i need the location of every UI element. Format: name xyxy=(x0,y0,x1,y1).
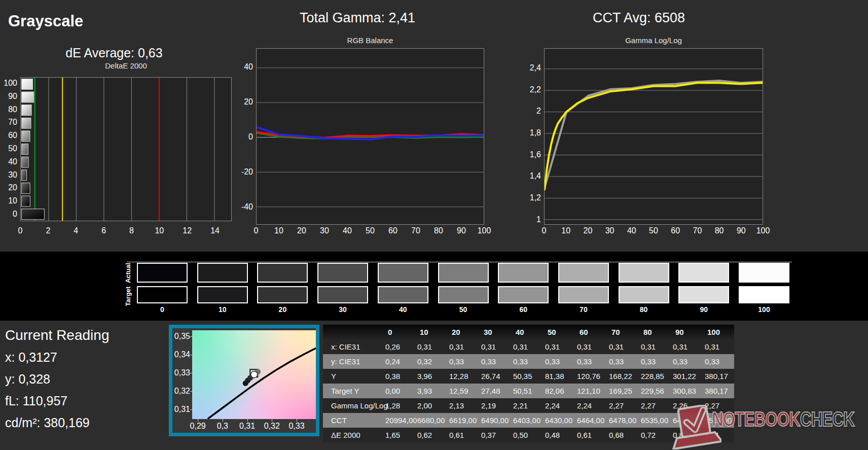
table-cell-10: 0,62 xyxy=(415,431,447,439)
table-cell-50: 81,38 xyxy=(542,372,574,380)
gamma-plot-ytick-2,4: 2,4 xyxy=(521,63,541,73)
cie-chromaticity-chart[interactable]: 0,350,340,330,320,310,290,30,310,320,33 xyxy=(169,325,319,436)
actual-swatch-60 xyxy=(498,263,549,283)
gamma-plot-ytick-1,2: 1,2 xyxy=(521,193,541,202)
table-cell-10: 0,32 xyxy=(415,357,447,366)
table-cell-70: 0,33 xyxy=(606,357,638,366)
gamma-plot-xtick-100: 100 xyxy=(755,226,771,235)
actual-row-label: Actual xyxy=(124,263,132,283)
table-cell-60: 0,61 xyxy=(574,431,606,439)
deltae-bar-60 xyxy=(21,131,30,142)
table-cell-10: 6680,00 xyxy=(415,416,447,425)
deltae-2000-chart[interactable] xyxy=(20,77,232,221)
swatch-level-40: 40 xyxy=(378,305,428,314)
table-col-header-80: 80 xyxy=(638,328,670,336)
rgb-plot-ytick--20: -20 xyxy=(233,167,253,177)
gamma-plot-ytick-1: 1 xyxy=(521,215,541,224)
swatch-level-60: 60 xyxy=(498,305,549,314)
table-cell-40: 50,51 xyxy=(511,387,542,395)
table-cell-90: 0,89 xyxy=(670,431,702,439)
rgb-plot-xtick-60: 60 xyxy=(385,226,401,235)
target-swatch-30 xyxy=(317,286,368,303)
table-cell-90: 300,83 xyxy=(670,387,702,395)
table-col-header-70: 70 xyxy=(606,328,638,336)
table-cell-70: 0,68 xyxy=(606,431,638,439)
gamma-plot-series-target xyxy=(545,81,763,187)
table-cell-90: 2,26 xyxy=(670,401,702,410)
actual-swatch-40 xyxy=(378,263,428,283)
de-average-value: dE Average: 0,63 xyxy=(0,46,228,60)
table-cell-100: 6511,00 xyxy=(702,416,734,425)
cie-xtickmark xyxy=(272,419,272,422)
table-cell-30: 0,31 xyxy=(479,342,511,351)
deltae-bar-50 xyxy=(21,144,28,155)
table-cell-90: 6468,00 xyxy=(670,416,702,425)
table-cell-80: 0,31 xyxy=(638,342,670,351)
deltae-ytick-100: 100 xyxy=(1,79,17,88)
swatch-level-50: 50 xyxy=(438,305,489,314)
table-row--e-2000: ΔE 20001,650,620,610,370,500,480,610,680… xyxy=(323,428,734,442)
deltae-bar-100 xyxy=(21,79,32,89)
rgb-balance-chart[interactable] xyxy=(256,48,484,225)
deltae-bar-10 xyxy=(21,196,30,206)
cie-ytick-0,35: 0,35 xyxy=(173,332,190,341)
rgb-plot-ytick-0: 0 xyxy=(233,132,253,142)
gamma-loglog-chart[interactable] xyxy=(544,48,763,225)
total-gamma-value: Total Gamma: 2,41 xyxy=(233,10,482,26)
watermark-check-label: CHECK xyxy=(800,408,854,430)
table-cell-20: 0,31 xyxy=(447,342,479,351)
table-cell-60: 120,76 xyxy=(574,372,606,380)
deltae-bar-20 xyxy=(21,183,30,193)
actual-swatch-90 xyxy=(678,263,729,283)
rgb-plot-xtick-10: 10 xyxy=(271,226,286,235)
target-swatch-80 xyxy=(619,286,669,303)
target-swatch-70 xyxy=(558,286,609,303)
table-cell-50: 0,33 xyxy=(542,357,574,366)
table-cell-80: 2,27 xyxy=(638,401,670,410)
deltae-ytick-10: 10 xyxy=(1,196,17,205)
actual-swatch-20 xyxy=(257,263,308,283)
gamma-plot-ytick-2,2: 2,2 xyxy=(521,85,541,94)
table-col-header-100: 100 xyxy=(702,328,734,336)
table-cell-50: 82,06 xyxy=(542,387,574,395)
gamma-plot-xtick-0: 0 xyxy=(536,226,552,235)
actual-swatch-70 xyxy=(558,263,609,283)
swatch-level-10: 10 xyxy=(197,305,248,314)
swatch-level-0: 0 xyxy=(137,305,188,314)
rgb-plot-xtick-100: 100 xyxy=(477,226,492,235)
table-cell-0: 0,00 xyxy=(383,387,415,395)
table-cell-60: 0,31 xyxy=(574,342,606,351)
deltae-xtick-12: 12 xyxy=(179,226,195,235)
actual-swatch-30 xyxy=(317,263,368,283)
cie-xtick-0,32: 0,32 xyxy=(261,422,283,431)
cie-ytickmark xyxy=(190,373,193,373)
table-cell-20: 0,61 xyxy=(447,431,479,439)
deltae-xtick-6: 6 xyxy=(96,226,112,235)
table-cell-90: 0,31 xyxy=(670,342,702,351)
reading-cdm2-value: cd/m²: 380,169 xyxy=(5,416,90,430)
swatch-level-20: 20 xyxy=(257,305,308,314)
table-cell-40: 0,50 xyxy=(511,431,542,439)
table-cell-40: 2,21 xyxy=(511,401,542,410)
cie-xtickmark xyxy=(198,419,198,422)
deltae-bar-70 xyxy=(21,118,31,128)
gamma-plot-xtick-10: 10 xyxy=(558,226,573,235)
table-cell-0: 1,65 xyxy=(383,431,415,439)
cie-locus-line xyxy=(208,348,316,419)
gamma-plot-xtick-70: 70 xyxy=(690,226,705,235)
actual-swatch-100 xyxy=(739,263,789,283)
table-row-gamma-log-log: Gamma Log/Log1,282,002,132,192,212,242,2… xyxy=(323,398,734,413)
table-row-cct: CCT20994,006680,006619,006490,006403,006… xyxy=(323,413,734,428)
rgb-plot-xtick-0: 0 xyxy=(248,226,264,235)
table-cell-40: 0,33 xyxy=(511,357,542,366)
table-cell-70: 0,31 xyxy=(606,342,638,351)
cie-xtickmark xyxy=(223,419,223,422)
gamma-plot-ytick-1,6: 1,6 xyxy=(521,150,541,159)
cie-ytick-0,34: 0,34 xyxy=(173,350,190,359)
table-cell-40: 0,31 xyxy=(511,342,542,351)
rgb-plot-ytick-40: 40 xyxy=(233,62,253,72)
rgb-plot-ytick--40: -40 xyxy=(233,202,253,212)
table-cell-80: 6535,00 xyxy=(638,416,670,425)
target-swatch-20 xyxy=(257,286,308,303)
cie-ytickmark xyxy=(190,391,193,392)
